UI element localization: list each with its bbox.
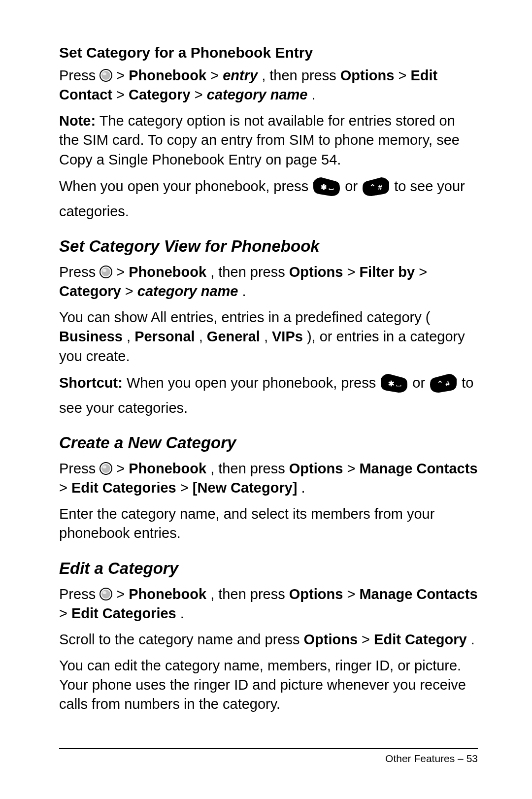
text: > xyxy=(419,264,427,280)
menu-path: Filter by xyxy=(359,264,415,280)
menu-path: Options xyxy=(289,586,343,602)
paragraph: You can show All entries, entries in a p… xyxy=(59,308,478,366)
text: > xyxy=(362,632,374,647)
text: > xyxy=(180,480,193,496)
note-text: The category option is not available for… xyxy=(59,113,460,167)
text: or xyxy=(345,178,362,194)
text: , then press xyxy=(210,264,289,280)
category-name: Personal xyxy=(134,329,195,344)
svg-point-2 xyxy=(102,72,106,75)
text: > xyxy=(347,461,359,476)
menu-path: Manage Contacts xyxy=(359,586,477,602)
menu-path: Options xyxy=(289,264,343,280)
text: Press xyxy=(59,67,100,83)
svg-point-11 xyxy=(101,464,110,473)
menu-key-icon xyxy=(100,67,112,80)
text: > xyxy=(347,586,359,602)
svg-point-14 xyxy=(101,590,110,599)
menu-key-icon xyxy=(100,461,112,473)
menu-path: Edit Categories xyxy=(71,480,176,496)
svg-point-12 xyxy=(102,466,106,468)
text: > xyxy=(116,586,129,602)
menu-path: Edit Categories xyxy=(71,605,176,621)
menu-path: Phonebook xyxy=(129,586,206,602)
text: > xyxy=(116,461,129,476)
text: Press xyxy=(59,264,100,280)
svg-text:⌃ #: ⌃ # xyxy=(369,183,382,191)
note-label: Note: xyxy=(59,113,96,129)
menu-path: Options xyxy=(303,632,358,647)
instruction-paragraph: Press > Phonebook , then press Options >… xyxy=(59,459,478,498)
text: or xyxy=(412,375,429,391)
footer-text: Other Features – 53 xyxy=(385,753,478,764)
category-name: General xyxy=(207,329,260,344)
svg-text:⌃ #: ⌃ # xyxy=(437,379,450,388)
svg-point-15 xyxy=(102,591,106,594)
text: . xyxy=(471,632,475,647)
paragraph: When you open your phonebook, press ✱ ⎵ … xyxy=(59,176,478,221)
text: , then press xyxy=(210,461,289,476)
svg-point-7 xyxy=(102,269,106,272)
category-name: Business xyxy=(59,329,123,344)
section-heading: Set Category View for Phonebook xyxy=(59,237,478,256)
paragraph: Scroll to the category name and press Op… xyxy=(59,630,478,649)
paragraph: You can edit the category name, members,… xyxy=(59,656,478,714)
svg-text:✱ ⎵: ✱ ⎵ xyxy=(321,183,334,191)
category-name: VIPs xyxy=(272,329,303,344)
menu-key-icon xyxy=(100,586,112,599)
placeholder: category name xyxy=(207,87,308,102)
text: , xyxy=(127,329,134,344)
text: , xyxy=(199,329,207,344)
text: . xyxy=(301,480,305,496)
menu-path: Phonebook xyxy=(129,67,206,83)
shortcut-label: Shortcut: xyxy=(59,375,123,391)
text: You can show All entries, entries in a p… xyxy=(59,309,430,325)
text: Scroll to the category name and press xyxy=(59,632,303,647)
menu-path: Options xyxy=(340,67,395,83)
instruction-paragraph: Press > Phonebook > entry , then press O… xyxy=(59,66,478,104)
shortcut-paragraph: Shortcut: When you open your phonebook, … xyxy=(59,373,478,418)
menu-path: Options xyxy=(289,461,343,476)
hash-key-icon: ⌃ # xyxy=(362,176,390,202)
star-key-icon: ✱ ⎵ xyxy=(380,373,408,399)
text: Press xyxy=(59,461,100,476)
menu-path: Manage Contacts xyxy=(359,461,477,476)
instruction-paragraph: Press > Phonebook , then press Options >… xyxy=(59,263,478,301)
svg-text:✱ ⎵: ✱ ⎵ xyxy=(388,379,401,388)
menu-path: [New Category] xyxy=(193,480,298,496)
text: , xyxy=(264,329,272,344)
menu-key-icon xyxy=(100,264,112,277)
text: > xyxy=(116,264,129,280)
text: . xyxy=(180,605,184,621)
svg-point-6 xyxy=(101,267,110,276)
text: > xyxy=(398,67,410,83)
menu-path: Phonebook xyxy=(129,264,206,280)
menu-path: Edit Category xyxy=(374,632,467,647)
text: Press xyxy=(59,586,100,602)
section-heading: Create a New Category xyxy=(59,433,478,452)
text: . xyxy=(312,87,316,102)
note-paragraph: Note: The category option is not availab… xyxy=(59,111,478,169)
text: > xyxy=(347,264,359,280)
instruction-paragraph: Press > Phonebook , then press Options >… xyxy=(59,585,478,623)
text: > xyxy=(195,87,207,102)
placeholder: category name xyxy=(137,283,238,299)
text: , then press xyxy=(210,586,289,602)
text: . xyxy=(242,283,246,299)
placeholder: entry xyxy=(223,67,258,83)
paragraph: Enter the category name, and select its … xyxy=(59,504,478,543)
text: > xyxy=(116,67,129,83)
text: > xyxy=(125,283,137,299)
section-heading: Edit a Category xyxy=(59,559,478,578)
menu-path: Phonebook xyxy=(129,461,206,476)
svg-point-1 xyxy=(101,71,110,80)
text: When you open your phonebook, press xyxy=(59,178,312,194)
text: > xyxy=(116,87,129,102)
section-title: Set Category for a Phonebook Entry xyxy=(59,44,478,61)
document-page: Set Category for a Phonebook Entry Press… xyxy=(0,0,532,799)
menu-path: Category xyxy=(59,283,121,299)
text: , then press xyxy=(262,67,340,83)
menu-path: Category xyxy=(129,87,191,102)
page-footer: Other Features – 53 xyxy=(59,748,478,765)
text: > xyxy=(210,67,223,83)
